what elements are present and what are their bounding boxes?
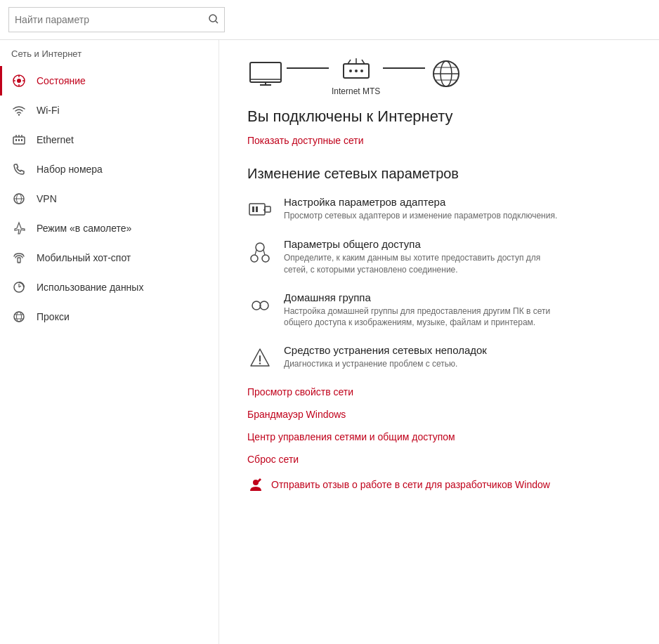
adapter-icon: [247, 197, 273, 223]
sidebar-item-datausage-label: Использование данных: [37, 282, 143, 293]
troubleshoot-desc: Диагностика и устранение проблем с сетью…: [284, 358, 487, 370]
diagram-line-2: [383, 67, 425, 69]
settings-item-troubleshoot[interactable]: Средство устранения сетевых неполадок Ди…: [247, 344, 631, 371]
sidebar-item-ethernet-label: Ethernet: [37, 134, 74, 145]
svg-rect-43: [265, 206, 270, 212]
sidebar-item-proxy[interactable]: Прокси: [0, 302, 218, 331]
settings-item-homegroup[interactable]: Домашняя группа Настройка домашней групп…: [247, 291, 631, 329]
svg-rect-13: [15, 139, 17, 141]
diagram-line-1: [287, 67, 329, 69]
sidebar-item-status[interactable]: Состояние: [0, 66, 218, 96]
svg-rect-15: [21, 139, 22, 141]
computer-diagram-icon: [247, 60, 284, 91]
sharing-content: Параметры общего доступа Определите, к к…: [284, 238, 565, 276]
sharing-title: Параметры общего доступа: [284, 238, 565, 250]
adapter-content: Настройка параметров адаптера Просмотр с…: [284, 196, 557, 222]
globe-diagram-icon: [428, 60, 464, 91]
svg-point-0: [209, 15, 216, 22]
sidebar-item-ethernet[interactable]: Ethernet: [0, 125, 218, 155]
link-firewall[interactable]: Брандмауэр Windows: [247, 409, 631, 420]
svg-point-3: [17, 79, 21, 83]
svg-point-52: [252, 301, 261, 310]
homegroup-icon: [247, 293, 273, 318]
feedback-item[interactable]: Отправить отзыв о работе в сети для разр…: [247, 476, 631, 493]
sidebar-item-airplane-label: Режим «в самолете»: [37, 223, 131, 234]
search-input[interactable]: [15, 14, 209, 25]
sidebar: Сеть и Интернет Состояние: [0, 40, 219, 644]
main-layout: Сеть и Интернет Состояние: [0, 40, 659, 644]
svg-line-1: [216, 21, 218, 23]
svg-point-55: [259, 362, 261, 364]
settings-item-sharing[interactable]: Параметры общего доступа Определите, к к…: [247, 238, 631, 276]
adapter-title: Настройка параметров адаптера: [284, 196, 557, 208]
sidebar-item-wifi-label: Wi-Fi: [37, 105, 60, 116]
app-container: Сеть и Интернет Состояние: [0, 0, 659, 644]
homegroup-content: Домашняя группа Настройка домашней групп…: [284, 291, 565, 329]
sidebar-item-datausage[interactable]: Использование данных: [0, 272, 218, 302]
svg-line-50: [255, 250, 256, 255]
svg-point-48: [251, 255, 258, 262]
svg-point-47: [256, 243, 264, 251]
search-button[interactable]: [209, 14, 218, 26]
sharing-icon: [247, 239, 273, 265]
svg-rect-46: [256, 206, 258, 212]
link-network-reset[interactable]: Сброс сети: [247, 454, 631, 465]
feedback-icon: [247, 476, 264, 493]
svg-point-53: [260, 301, 268, 310]
sidebar-item-vpn-label: VPN: [37, 193, 57, 204]
link-network-center[interactable]: Центр управления сетями и общим доступом: [247, 431, 631, 442]
vpn-icon: [11, 191, 27, 206]
airplane-icon: [11, 221, 27, 236]
svg-point-36: [360, 70, 363, 72]
hotspot-icon: [11, 250, 27, 265]
search-icon: [209, 14, 218, 24]
homegroup-desc: Настройка домашней группы для предоставл…: [284, 305, 565, 329]
svg-rect-14: [18, 139, 20, 141]
search-input-wrapper[interactable]: [8, 7, 225, 32]
svg-point-22: [14, 312, 24, 322]
link-network-properties[interactable]: Просмотр свойств сети: [247, 386, 631, 397]
sidebar-section-title: Сеть и Интернет: [0, 43, 218, 66]
svg-rect-45: [252, 206, 254, 212]
status-icon: [11, 73, 27, 88]
svg-point-49: [262, 255, 269, 262]
content-area: Internet MTS Вы подключены к Интернету: [219, 40, 659, 644]
network-diagram: Internet MTS: [247, 54, 631, 96]
connection-status: Вы подключены к Интернету: [247, 107, 631, 126]
adapter-desc: Просмотр сетевых адаптеров и изменение п…: [284, 210, 557, 222]
search-bar: [0, 0, 659, 40]
proxy-icon: [11, 309, 27, 324]
feedback-link[interactable]: Отправить отзыв о работе в сети для разр…: [271, 479, 550, 490]
sidebar-item-hotspot-label: Мобильный хот-спот: [37, 252, 131, 263]
sidebar-item-wifi[interactable]: Wi-Fi: [0, 96, 218, 125]
datausage-icon: [11, 280, 27, 295]
sidebar-item-dialup[interactable]: Набор номера: [0, 155, 218, 184]
sidebar-item-dialup-label: Набор номера: [37, 164, 103, 175]
troubleshoot-title: Средство устранения сетевых неполадок: [284, 344, 487, 356]
network-name-label: Internet MTS: [332, 86, 380, 96]
svg-point-35: [355, 70, 358, 72]
sharing-desc: Определите, к каким данным вы хотите пре…: [284, 252, 565, 276]
svg-point-34: [349, 70, 352, 72]
show-networks-link[interactable]: Показать доступные сети: [247, 135, 364, 146]
sidebar-item-status-label: Состояние: [37, 75, 86, 86]
sidebar-item-hotspot[interactable]: Мобильный хот-спот: [0, 243, 218, 272]
svg-point-8: [18, 114, 20, 115]
dialup-icon: [11, 162, 27, 177]
troubleshoot-icon: [247, 346, 273, 371]
homegroup-title: Домашняя группа: [284, 291, 565, 303]
sidebar-item-vpn[interactable]: VPN: [0, 184, 218, 213]
router-diagram-icon: Internet MTS: [332, 54, 380, 96]
troubleshoot-content: Средство устранения сетевых неполадок Ди…: [284, 344, 487, 370]
svg-point-23: [17, 312, 22, 322]
sidebar-item-proxy-label: Прокси: [37, 311, 70, 322]
settings-item-adapter[interactable]: Настройка параметров адаптера Просмотр с…: [247, 196, 631, 223]
sidebar-item-airplane[interactable]: Режим «в самолете»: [0, 213, 218, 243]
svg-line-51: [263, 250, 265, 255]
change-settings-title: Изменение сетевых параметров: [247, 166, 631, 182]
wifi-icon: [11, 103, 27, 118]
ethernet-icon: [11, 132, 27, 147]
